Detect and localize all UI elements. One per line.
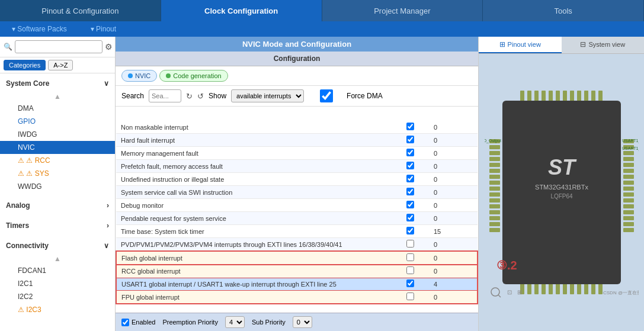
table-row: Undefined instruction or illegal state0	[116, 173, 478, 186]
table-row: Hard fault interrupt0	[116, 134, 478, 147]
svg-rect-22	[623, 169, 634, 173]
section-connectivity-header[interactable]: Connectivity ∨	[0, 238, 115, 253]
tab-pinout-configuration[interactable]: Pinout & Configuration	[0, 0, 161, 21]
interrupt-enabled-checkbox[interactable]	[406, 240, 414, 248]
sub-navigation: ▾ Software Packs ▾ Pinout	[0, 21, 644, 37]
section-analog-header[interactable]: Analog ›	[0, 198, 115, 213]
section-timers-header[interactable]: Timers ›	[0, 218, 115, 233]
chip-diagram: ST STM32G431RBTx LQFP64 GPIO_Output USAR…	[485, 86, 639, 299]
svg-rect-26	[623, 192, 634, 197]
sidebar-item-fdcan1[interactable]: FDCAN1	[0, 264, 115, 277]
table-row: Flash global interrupt0	[116, 251, 478, 265]
interrupt-enabled-cell	[392, 291, 429, 304]
interrupt-enabled-checkbox[interactable]	[406, 175, 414, 182]
interrupt-enabled-checkbox[interactable]	[406, 253, 414, 261]
svg-rect-36	[542, 91, 546, 101]
interrupt-table: NVIC Interrupt Table Enabled Preemption …	[116, 107, 478, 304]
svg-rect-29	[623, 210, 634, 214]
show-dropdown[interactable]: available interrupts all interrupts	[231, 89, 304, 102]
nvic-tab-nvic[interactable]: NVIC	[121, 70, 157, 82]
section-system-core-header[interactable]: System Core ∨	[0, 76, 115, 91]
svg-rect-12	[489, 204, 500, 208]
interrupt-enabled-checkbox[interactable]	[406, 293, 414, 300]
interrupt-enabled-checkbox[interactable]	[406, 279, 414, 287]
interrupt-enabled-checkbox[interactable]	[406, 136, 414, 143]
interrupt-enabled-cell	[392, 212, 429, 225]
sidebar-search-area: 🔍 ⚙	[0, 37, 115, 57]
sidebar-tab-categories[interactable]: Categories	[4, 60, 46, 70]
svg-rect-40	[570, 91, 574, 101]
svg-rect-21	[623, 163, 634, 167]
interrupt-search-input[interactable]	[149, 89, 181, 102]
search-icon: 🔍	[4, 43, 12, 51]
search-bar: Search ↻ ↺ Show available interrupts all…	[116, 86, 478, 107]
table-row: Non maskable interrupt0	[116, 121, 478, 134]
interrupt-enabled-checkbox[interactable]	[406, 149, 414, 156]
enabled-checkbox[interactable]	[121, 319, 129, 326]
search-input[interactable]	[15, 40, 102, 53]
interrupt-enabled-cell	[392, 278, 429, 291]
tab-clock-configuration[interactable]: Clock Configuration	[161, 0, 322, 21]
interrupt-enabled-checkbox[interactable]	[406, 162, 414, 169]
interrupt-enabled-checkbox[interactable]	[406, 123, 414, 130]
interrupt-enabled-checkbox[interactable]	[406, 266, 414, 274]
svg-rect-46	[527, 284, 531, 294]
connectivity-scroll-up[interactable]: ▲	[0, 253, 115, 264]
section-timers: Timers ›	[0, 216, 115, 236]
interrupt-name-cell: RCC global interrupt	[116, 265, 392, 278]
right-panel: ⊞ Pinout view ⊟ System view	[478, 37, 644, 331]
sidebar-item-wwdg[interactable]: WWDG	[0, 180, 115, 193]
tab-system-view[interactable]: ⊟ System view	[562, 37, 645, 53]
force-dma-checkbox[interactable]	[309, 89, 344, 102]
svg-rect-5	[489, 163, 500, 167]
sidebar-item-sys[interactable]: ⚠ SYS	[0, 167, 115, 180]
subnav-software-packs[interactable]: ▾ Software Packs	[12, 25, 67, 33]
sub-priority-label: Sub Priority	[252, 319, 286, 326]
filter-icon[interactable]: ↺	[197, 92, 204, 101]
sidebar-item-i2c3[interactable]: ⚠ I2C3	[0, 303, 115, 316]
subnav-pinout[interactable]: ▾ Pinout	[91, 25, 116, 33]
code-dot	[166, 73, 171, 78]
table-row: RCC global interrupt0	[116, 265, 478, 278]
tab-pinout-view[interactable]: ⊞ Pinout view	[479, 37, 562, 53]
svg-rect-48	[542, 284, 546, 294]
preemption-select[interactable]: 40123	[225, 316, 245, 328]
tab-tools[interactable]: Tools	[483, 0, 644, 21]
svg-rect-38	[556, 91, 560, 101]
sub-priority-select[interactable]: 0123	[293, 316, 312, 328]
sidebar-item-i2c1[interactable]: I2C1	[0, 277, 115, 290]
svg-rect-32	[623, 228, 634, 232]
force-dma-label: Force DMA	[309, 89, 383, 102]
scroll-up-button[interactable]: ▲	[0, 91, 115, 102]
nvic-tab-code-generation[interactable]: Code generation	[159, 70, 228, 82]
interrupt-preemption-cell: 0	[429, 251, 478, 265]
nvic-dot	[128, 73, 133, 78]
tab-project-manager[interactable]: Project Manager	[322, 0, 483, 21]
sidebar-item-nvic[interactable]: NVIC	[0, 141, 115, 154]
sidebar-tab-az[interactable]: A->Z	[48, 60, 73, 70]
svg-rect-4	[489, 157, 500, 161]
nvic-tab-bar: NVIC Code generation	[116, 66, 478, 86]
svg-rect-7	[489, 175, 500, 179]
interrupt-preemption-cell: 0	[429, 199, 478, 212]
sidebar-item-dma[interactable]: DMA	[0, 102, 115, 115]
interrupt-enabled-checkbox[interactable]	[406, 227, 414, 234]
sidebar-item-iwdg[interactable]: IWDG	[0, 128, 115, 141]
interrupt-name-cell: Memory management fault	[116, 147, 392, 160]
refresh-icon[interactable]: ↻	[186, 92, 193, 101]
section-system-core: System Core ∨ ▲ DMA GPIO IWDG NVIC ⚠ RCC…	[0, 73, 115, 195]
svg-rect-25	[623, 187, 634, 191]
sidebar-item-i2c2[interactable]: I2C2	[0, 290, 115, 303]
col-enabled: Enabled	[392, 107, 429, 121]
interrupt-preemption-cell: 15	[429, 225, 478, 238]
svg-text:USART1_RX: USART1_RX	[622, 139, 639, 143]
sidebar-item-rcc[interactable]: ⚠ RCC	[0, 154, 115, 167]
interrupt-enabled-cell	[392, 173, 429, 186]
interrupt-enabled-checkbox[interactable]	[406, 188, 414, 195]
gear-icon[interactable]: ⚙	[105, 42, 113, 52]
sidebar-item-gpio[interactable]: GPIO	[0, 115, 115, 128]
svg-text:USART1_TX: USART1_TX	[622, 146, 639, 151]
interrupt-enabled-checkbox[interactable]	[406, 201, 414, 208]
table-row: Debug monitor0	[116, 199, 478, 212]
interrupt-enabled-checkbox[interactable]	[406, 214, 414, 221]
